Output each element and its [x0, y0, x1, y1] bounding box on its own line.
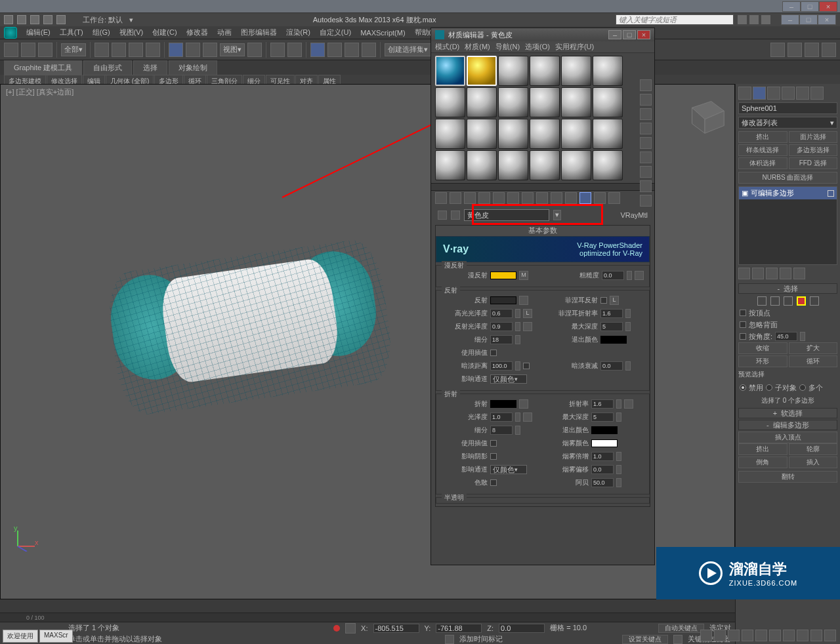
zoom-icon[interactable] [769, 630, 781, 641]
viewport-object[interactable] [112, 255, 388, 399]
make-unique-icon[interactable] [507, 192, 519, 204]
goto-start-icon[interactable] [700, 630, 712, 641]
material-slot[interactable] [561, 87, 591, 117]
go-parent-icon[interactable] [579, 192, 591, 204]
max-viewport-icon[interactable] [824, 630, 836, 641]
menu-grapheditors[interactable]: 图形编辑器 [237, 26, 281, 39]
matid-channel-icon[interactable] [536, 192, 548, 204]
filter-dropdown[interactable]: 全部 ▾ [61, 43, 86, 56]
refr-maxdepth-input[interactable] [591, 413, 614, 422]
refl-subdiv-input[interactable] [490, 335, 513, 344]
btn-extrude2[interactable]: 挤出 [738, 443, 788, 455]
material-type-button[interactable]: VRayMtl [620, 211, 648, 219]
material-editor-titlebar[interactable]: 材质编辑器 - 黄色皮 – □ × [431, 28, 654, 41]
refl-interp-checkbox[interactable] [490, 350, 497, 356]
scale-icon[interactable] [203, 43, 217, 57]
rollout-softsel-header[interactable]: + 软选择 [738, 408, 837, 418]
workspace-label[interactable]: 工作台: 默认 [83, 15, 123, 25]
undo-icon[interactable] [43, 15, 52, 24]
video-color-icon[interactable] [640, 137, 652, 149]
orbit-icon[interactable] [810, 630, 822, 641]
dimdist-checkbox[interactable] [523, 363, 530, 369]
spinner-icon[interactable] [515, 335, 520, 344]
utilities-panel-icon[interactable] [810, 87, 824, 100]
spinner-icon[interactable] [515, 309, 520, 318]
coord-y-input[interactable] [436, 624, 482, 633]
ior-map-button[interactable] [624, 399, 633, 409]
background-icon[interactable] [640, 108, 652, 120]
redo-icon[interactable] [56, 15, 66, 24]
app-close-button[interactable]: × [818, 14, 836, 25]
stack-item-editable-poly[interactable]: ▣可编辑多边形 [739, 187, 837, 199]
fogbias-input[interactable] [591, 465, 614, 474]
sample-type-icon[interactable] [640, 79, 652, 91]
material-slot-1[interactable] [435, 56, 465, 86]
refract-swatch[interactable] [490, 400, 516, 408]
subobj-border-icon[interactable] [784, 296, 793, 306]
window-crossing-icon[interactable] [146, 43, 160, 57]
show-result-icon[interactable] [565, 192, 577, 204]
eyedropper-icon[interactable] [451, 211, 460, 220]
refrgloss-map-button[interactable] [523, 413, 532, 422]
render-setup-icon[interactable] [788, 43, 802, 57]
spinner-icon[interactable] [616, 413, 621, 422]
spinner-icon[interactable] [515, 361, 520, 371]
modifier-stack[interactable]: ▣可编辑多边形 [738, 186, 837, 265]
refract-map-button[interactable] [519, 399, 528, 409]
timeline[interactable]: 0 / 100 [0, 613, 735, 622]
by-vertex-checkbox[interactable] [740, 310, 746, 316]
link-icon[interactable] [4, 43, 18, 57]
help-icon[interactable] [761, 15, 770, 24]
material-slot[interactable] [561, 150, 591, 180]
me-minimize-button[interactable]: – [608, 30, 621, 39]
diffuse-map-button[interactable]: M [519, 271, 528, 280]
pick-material-icon[interactable] [438, 211, 447, 220]
select-icon[interactable] [94, 43, 109, 57]
keyboard-icon[interactable] [287, 43, 302, 57]
lock-selection-icon[interactable] [333, 625, 340, 632]
rect-select-icon[interactable] [129, 43, 143, 57]
btn-patch-sel[interactable]: 面片选择 [789, 131, 838, 143]
menu-modifiers[interactable]: 修改器 [182, 26, 212, 39]
add-time-tag-label[interactable]: 添加时间标记 [459, 634, 503, 644]
roughness-map-button[interactable] [635, 271, 644, 280]
spinner-icon[interactable] [800, 332, 805, 341]
pivot-icon[interactable] [247, 43, 262, 57]
listener-tab-maxscript[interactable]: MAXScr [39, 630, 73, 643]
abbe-input[interactable] [591, 478, 614, 487]
configure-icon[interactable] [793, 268, 805, 279]
minimize-button[interactable]: – [782, 1, 801, 12]
subobj-polygon-icon[interactable] [797, 296, 806, 306]
search-input[interactable] [616, 14, 734, 25]
rollout-basic-header[interactable]: 基本参数 [436, 226, 650, 236]
listener-tab-welcome[interactable]: 欢迎使用 [3, 630, 38, 643]
unlink-icon[interactable] [21, 43, 35, 57]
subobj-vertex-icon[interactable] [757, 296, 766, 306]
tab-graphite[interactable]: Graphite 建模工具 [4, 60, 82, 75]
btn-bevel[interactable]: 倒角 [738, 456, 788, 468]
options-icon[interactable] [640, 166, 652, 178]
btn-ffd-sel[interactable]: FFD 选择 [789, 157, 838, 169]
star-icon[interactable] [749, 15, 759, 24]
show-in-vp-icon[interactable] [551, 192, 562, 204]
display-panel-icon[interactable] [796, 87, 809, 100]
refcoord-dropdown[interactable]: 视图 ▾ [220, 43, 245, 56]
pan-icon[interactable] [797, 630, 808, 641]
reflgloss-map-button[interactable] [523, 322, 532, 331]
material-slot[interactable] [435, 87, 465, 117]
spinner-icon[interactable] [625, 322, 631, 331]
menu-rendering[interactable]: 渲染(R) [282, 26, 314, 39]
material-slot[interactable] [435, 150, 465, 180]
maximize-button[interactable]: □ [801, 1, 819, 12]
viewcube-icon[interactable] [679, 89, 730, 140]
spinner-icon[interactable] [616, 478, 621, 487]
reset-map-icon[interactable] [478, 192, 490, 204]
me-close-button[interactable]: × [637, 30, 650, 39]
diffuse-color-swatch[interactable] [490, 272, 516, 279]
tab-objectpaint[interactable]: 对象绘制 [169, 60, 217, 75]
me-menu-mode[interactable]: 模式(D) [435, 42, 459, 52]
go-sibling-icon[interactable] [608, 192, 620, 204]
next-frame-icon[interactable] [742, 630, 753, 641]
put-to-lib-icon[interactable] [522, 192, 534, 204]
btn-outline[interactable]: 轮廓 [789, 443, 838, 455]
